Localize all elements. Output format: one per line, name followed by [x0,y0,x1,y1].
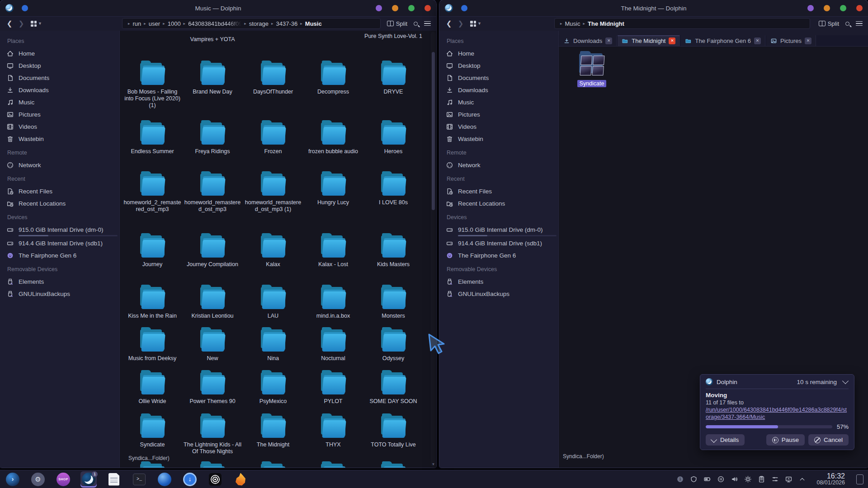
taskbar-app[interactable] [131,471,147,488]
taskbar-app[interactable] [156,471,173,488]
folder-item[interactable]: DRYVE [364,61,423,95]
sidebar-item[interactable]: Downloads [446,84,558,96]
breadcrumb-segment[interactable]: 1000 [168,20,181,27]
minimize-button-icon[interactable] [824,5,830,11]
breadcrumb-segment[interactable]: user [149,20,160,27]
tab[interactable]: The Midnight [618,35,680,46]
sidebar-item[interactable]: Network [6,159,119,171]
folder-item[interactable]: I LOVE 80s [364,172,423,206]
taskbar-app[interactable] [106,471,122,488]
view-mode-button[interactable]: ▼ [31,21,42,27]
folder-item[interactable]: Freya Ridings [183,121,242,155]
taskbar-app[interactable] [55,471,71,488]
folder-item[interactable]: Kids Masters [364,234,423,268]
sidebar-item[interactable]: Recent Files [446,185,558,197]
breadcrumb-segment[interactable]: 3437-36 [276,20,298,27]
sidebar-item[interactable]: Wastebin [446,133,558,145]
folder-item[interactable]: Monsters [364,286,423,319]
forward-icon[interactable]: ❯ [455,19,467,28]
folder-item[interactable]: Decompress [304,61,363,95]
sidebar-item[interactable]: Elements [6,276,119,288]
tab-close-icon[interactable] [805,38,811,44]
scroll-down-icon[interactable]: ▼ [431,462,436,466]
location-bar[interactable]: ▸ Music ▸ The Midnight [554,18,810,29]
battery-icon[interactable] [703,475,711,483]
badge1-icon[interactable]: 1 [676,475,684,483]
folder-item[interactable]: Kiss Me in the Rain [123,286,182,319]
folder-item[interactable]: Journey [123,234,182,268]
folder-item[interactable]: TOTO Totally Live [364,414,423,448]
close-button-icon[interactable] [425,5,431,11]
breadcrumb-segment[interactable]: run [133,20,142,27]
location-bar[interactable]: ▸ run ▸ user ▸ 1000 ▸ 6 [122,18,381,29]
folder-item[interactable]: PsyMexico [244,371,302,405]
folder-item[interactable]: Power Themes 90 [183,371,242,405]
sidebar-item[interactable]: Network [446,159,558,171]
sidebar-item[interactable]: Recent Locations [6,197,119,210]
vertical-scrollbar[interactable]: ▼ [431,32,436,467]
sidebar-item[interactable]: Videos [6,121,119,133]
folder-item[interactable]: Kalax - Lost [304,234,363,268]
back-icon[interactable]: ❮ [4,19,15,28]
folder-item[interactable]: PYLOT [304,371,363,405]
sidebar-item[interactable]: Home [446,47,558,60]
maximize-button-icon[interactable] [840,5,846,11]
maximize-button-icon[interactable] [408,5,415,11]
folder-item[interactable]: SOME DAY SOON [364,371,423,405]
folder-item[interactable]: Kalax [244,234,302,268]
folder-item[interactable]: Odyssey [364,328,423,362]
breadcrumb-segment[interactable]: Music [305,20,322,27]
sidebar-item[interactable]: Documents [446,72,558,84]
back-icon[interactable]: ❮ [443,19,455,28]
folder-label-partial[interactable]: Vampires + YOTA [183,36,242,43]
titlebar[interactable]: The Midnight — Dolphin [439,0,868,17]
sidebar-item[interactable]: Documents [6,72,119,84]
menu-icon[interactable] [856,21,863,26]
folder-item-selected[interactable]: Syndicate [562,52,621,87]
sidebar-item[interactable]: Desktop [6,60,119,72]
folder-item[interactable]: Journey Compilation [183,234,242,268]
collapse-chevron-down-icon[interactable] [842,378,849,384]
cancel-button[interactable]: Cancel [808,434,849,446]
folder-item[interactable]: LAU [244,286,302,319]
folder-item[interactable]: THYX [304,414,363,448]
sidebar-item[interactable]: Elements [446,276,558,288]
folder-item[interactable]: Nocturnal [304,328,363,362]
view-mode-button[interactable]: ▼ [470,21,481,27]
taskbar-app[interactable] [30,471,46,488]
folder-item[interactable]: Ollie Wride [123,371,182,405]
folder-item[interactable]: homeworld_2_remastered_ost_mp3 [123,172,182,213]
sidebar-item[interactable]: The Fairphone Gen 6 [6,249,119,262]
folder-label-partial[interactable]: Pure Synth Love-Vol. 1 [364,33,423,40]
taskbar-app[interactable] [207,471,223,488]
folder-item-partial[interactable] [123,462,182,468]
tab-close-icon[interactable] [669,38,675,44]
folder-item[interactable]: Brand New Day [183,61,242,95]
forward-icon[interactable]: ❯ [15,19,27,28]
sidebar-item[interactable]: Pictures [446,108,558,121]
folder-item[interactable]: The Midnight [244,414,302,448]
folder-item-partial[interactable] [183,462,242,468]
details-button[interactable]: Details [706,434,745,446]
sidebar-item[interactable]: Recent Locations [446,197,558,210]
folder-item[interactable]: The Lightning Kids - All Of Those Nights [183,414,242,455]
search-icon[interactable] [414,22,418,26]
keep-above-button-icon[interactable] [807,5,814,11]
folder-item-partial[interactable] [304,462,363,468]
tab-close-icon[interactable] [754,38,761,44]
sidebar-item[interactable]: 914.4 GiB Internal Drive (sdb1) [6,237,119,249]
folder-view[interactable]: Vampires + YOTA Pure Synth Love-Vol. 1 B… [120,31,436,468]
folder-item[interactable]: Bob Moses - Falling into Focus (Live 202… [123,61,182,109]
sidebar-item[interactable]: 915.0 GiB Internal Drive (dm-0) [6,224,119,236]
pin-icon[interactable] [22,5,28,11]
split-button[interactable]: Split [819,20,839,27]
folder-item[interactable]: Syndicate [123,414,182,448]
speaker-icon[interactable] [731,475,738,483]
sidebar-item[interactable]: GNULinuxBackups [446,288,558,300]
scrollbar-thumb[interactable] [432,52,435,210]
folder-item[interactable]: Nina [244,328,302,362]
tab[interactable]: The Fairphone Gen 6 [681,35,765,46]
folder-item[interactable]: homeworld_remastered_ost_mp3 [183,172,242,213]
clipboard-icon[interactable] [758,475,765,483]
tab[interactable]: Downloads [559,35,617,46]
